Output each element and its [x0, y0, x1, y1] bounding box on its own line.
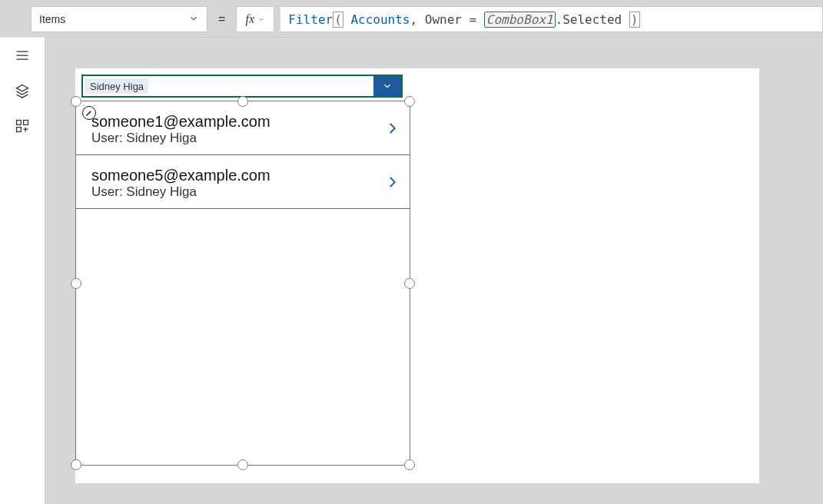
insert-button[interactable]	[0, 108, 45, 144]
gallery-item-texts: someone5@example.com User: Sidney Higa	[91, 166, 385, 200]
fx-icon: fx	[246, 12, 255, 26]
combobox-toggle-button[interactable]	[373, 76, 401, 96]
gallery-item[interactable]: someone5@example.com User: Sidney Higa	[76, 155, 410, 209]
formula-token-comma: ,	[410, 12, 424, 27]
canvas-background: Sidney Higa someone1@example.com User: S…	[45, 37, 823, 504]
property-selector-label: Items	[39, 13, 65, 25]
chevron-right-icon	[385, 174, 399, 191]
property-selector[interactable]: Items	[31, 6, 207, 32]
pencil-icon	[85, 109, 93, 117]
formula-token-arg1: Accounts	[350, 12, 410, 27]
chevron-down-icon	[257, 15, 265, 23]
chevron-down-icon	[188, 13, 199, 26]
gallery-item-texts: someone1@example.com User: Sidney Higa	[91, 112, 385, 146]
resize-handle[interactable]	[404, 96, 415, 107]
equals-label: =	[214, 12, 230, 26]
resize-handle[interactable]	[237, 459, 248, 470]
chevron-down-icon	[382, 81, 393, 91]
resize-handle[interactable]	[71, 96, 81, 107]
hamburger-button[interactable]	[0, 38, 45, 73]
fx-button[interactable]: fx	[236, 6, 274, 32]
gallery-accounts[interactable]: someone1@example.com User: Sidney Higa s…	[75, 101, 410, 466]
left-rail	[0, 37, 45, 504]
svg-rect-1	[24, 121, 28, 125]
svg-rect-2	[17, 128, 22, 132]
edit-template-badge[interactable]	[82, 106, 96, 120]
gallery-item-subtitle: User: Sidney Higa	[91, 184, 385, 200]
hamburger-icon	[15, 48, 30, 63]
formula-token-eq: =	[462, 12, 484, 27]
resize-handle[interactable]	[237, 96, 248, 107]
formula-token-func: Filter	[288, 12, 333, 27]
tree-view-button[interactable]	[0, 73, 45, 108]
chevron-right-icon	[385, 120, 399, 137]
formula-input[interactable]: Filter( Accounts, Owner = ComboBox1.Sele…	[280, 6, 823, 32]
layers-icon	[15, 83, 30, 98]
svg-rect-0	[17, 121, 22, 125]
grid-plus-icon	[15, 118, 30, 134]
formula-token-owner: Owner	[425, 12, 462, 27]
formula-token-selected: .Selected	[556, 12, 629, 27]
gallery-item[interactable]: someone1@example.com User: Sidney Higa	[76, 101, 410, 155]
resize-handle[interactable]	[71, 459, 81, 470]
gallery-item-title: someone5@example.com	[91, 166, 385, 184]
resize-handle[interactable]	[71, 278, 81, 289]
formula-token-lparen: (	[333, 12, 343, 28]
resize-handle[interactable]	[404, 459, 415, 470]
resize-handle[interactable]	[404, 278, 415, 289]
formula-token-comboref: ComboBox1	[484, 12, 556, 28]
gallery-item-chevron[interactable]	[385, 174, 399, 194]
app-canvas[interactable]: Sidney Higa someone1@example.com User: S…	[75, 68, 759, 483]
combobox-owner[interactable]: Sidney Higa	[81, 75, 403, 98]
gallery-item-subtitle: User: Sidney Higa	[91, 131, 385, 146]
combobox-spacer	[151, 76, 373, 96]
gallery-item-chevron[interactable]	[385, 120, 399, 140]
gallery-item-title: someone1@example.com	[91, 112, 385, 131]
formula-bar: Items = fx Filter( Accounts, Owner = Com…	[0, 5, 823, 34]
combobox-selected-chip[interactable]: Sidney Higa	[85, 78, 148, 94]
formula-token-rparen: )	[629, 12, 640, 28]
